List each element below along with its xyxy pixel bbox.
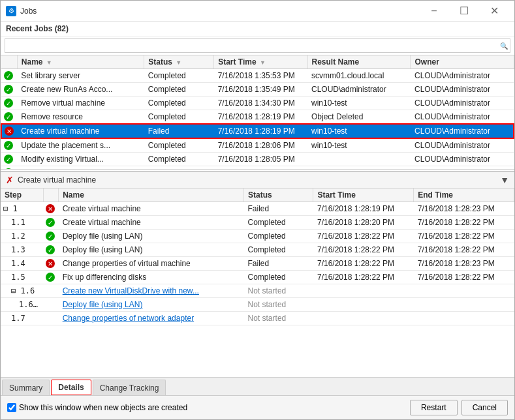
jobs-table-row[interactable]: ✕Create virtual machineFailed7/16/2018 1… — [1, 124, 514, 138]
detail-fail-icon: ✗ — [6, 175, 14, 185]
collapse-icon[interactable]: ▼ — [500, 175, 509, 185]
search-wrap — [5, 38, 510, 53]
th-step: Step — [1, 188, 43, 202]
detail-step: ⊟ 1.6 — [1, 284, 43, 298]
detail-table-row[interactable]: 1.5✓Fix up differencing disksCompleted7/… — [1, 271, 514, 284]
detail-row-start: 7/16/2018 1:28:22 PM — [313, 257, 414, 271]
close-button[interactable]: ✕ — [479, 1, 509, 21]
th-name[interactable]: Name ▼ — [17, 55, 144, 69]
detail-row-start: 7/16/2018 1:28:19 PM — [313, 202, 414, 216]
row-result: win10-test — [307, 138, 411, 153]
detail-title: Create virtual machine — [18, 175, 96, 185]
title-bar-left: ⚙ Jobs — [6, 6, 37, 16]
row-start-time: 7/16/2018 1:28:05 PM — [214, 166, 307, 170]
row-start-time: 7/16/2018 1:35:49 PM — [214, 83, 307, 97]
detail-row-icon: ✓ — [43, 230, 59, 243]
restart-button[interactable]: Restart — [410, 400, 458, 415]
jobs-table-row[interactable]: ✓Remove virtual machineCompleted7/16/201… — [1, 97, 514, 110]
detail-row-name: Change properties of virtual machine — [59, 257, 244, 271]
ok-icon: ✓ — [46, 218, 55, 227]
row-status: Completed — [144, 110, 214, 125]
row-start-time: 7/16/2018 1:28:06 PM — [214, 138, 307, 153]
detail-row-end: 7/16/2018 1:28:22 PM — [414, 271, 514, 284]
row-owner: CLOUD\Administrator — [411, 97, 514, 110]
tab-details[interactable]: Details — [51, 380, 91, 395]
detail-step: 1.5 — [1, 271, 43, 284]
detail-row-icon: ✓ — [43, 271, 59, 284]
detail-row-status: Not started — [244, 284, 313, 298]
detail-step: 1.6.1 — [1, 298, 43, 312]
row-owner: CLOUD\Administrator — [411, 83, 514, 97]
row-status-icon: ✓ — [1, 138, 17, 153]
row-name: Set library server — [17, 69, 144, 83]
detail-table-row[interactable]: 1.1✓Create virtual machineCompleted7/16/… — [1, 216, 514, 230]
jobs-table-row[interactable]: ✓Create new RunAs Acco...Completed7/16/2… — [1, 83, 514, 97]
title-controls: − ☐ ✕ — [419, 1, 509, 21]
detail-table-row[interactable]: ⊟ 1.6Create new VirtualDiskDrive with ne… — [1, 284, 514, 298]
row-result — [307, 166, 411, 170]
detail-row-status: Completed — [244, 271, 313, 284]
window-title: Jobs — [20, 7, 37, 16]
fail-icon: ✕ — [5, 127, 14, 136]
detail-table-row[interactable]: 1.3✓Deploy file (using LAN)Completed7/16… — [1, 243, 514, 257]
detail-table-row[interactable]: 1.7Change properties of network adapterN… — [1, 312, 514, 325]
bottom-section: ✗ Create virtual machine ▼ Step Name Sta… — [1, 172, 514, 419]
detail-row-name: Create new VirtualDiskDrive with new... — [59, 284, 244, 298]
th-result-name[interactable]: Result Name — [307, 55, 411, 69]
detail-row-end: 7/16/2018 1:28:22 PM — [414, 230, 514, 243]
row-start-time: 7/16/2018 1:34:30 PM — [214, 97, 307, 110]
ok-icon: ✓ — [46, 232, 55, 241]
detail-table-row[interactable]: 1.2✓Deploy file (using LAN)Completed7/16… — [1, 230, 514, 243]
minimize-button[interactable]: − — [419, 1, 449, 21]
detail-row-start — [313, 284, 414, 298]
jobs-table-row[interactable]: ✓Update the placement s...Completed7/16/… — [1, 138, 514, 153]
detail-step: 1.7 — [1, 312, 43, 325]
th-status[interactable]: Status ▼ — [144, 55, 214, 69]
row-result: Object Deleted — [307, 110, 411, 125]
tab-summary[interactable]: Summary — [2, 380, 50, 395]
ok-icon: ✓ — [46, 245, 55, 254]
th-step-icon — [43, 188, 59, 202]
th-start-time[interactable]: Start Time ▼ — [214, 55, 307, 69]
row-owner: CLOUD\Administrator — [411, 138, 514, 153]
th-owner[interactable]: Owner — [411, 55, 514, 69]
detail-row-end — [414, 284, 514, 298]
footer-left: Show this window when new objects are cr… — [7, 403, 187, 412]
row-status: Completed — [144, 83, 214, 97]
jobs-table-row[interactable]: ✓Remove resourceCompleted7/16/2018 1:28:… — [1, 110, 514, 125]
detail-table-row[interactable]: ⊟ 1✕Create virtual machineFailed7/16/201… — [1, 202, 514, 216]
footer: Show this window when new objects are cr… — [1, 395, 514, 419]
row-result: CLOUD\administrator — [307, 83, 411, 97]
maximize-button[interactable]: ☐ — [449, 1, 479, 21]
th-icon — [1, 55, 17, 69]
th-detail-status: Status — [244, 188, 313, 202]
show-window-label: Show this window when new objects are cr… — [19, 403, 187, 412]
detail-row-start: 7/16/2018 1:28:22 PM — [313, 243, 414, 257]
detail-row-status: Failed — [244, 257, 313, 271]
cancel-button[interactable]: Cancel — [461, 400, 508, 415]
row-status: Completed — [144, 153, 214, 166]
show-window-checkbox[interactable] — [7, 403, 16, 412]
row-name: Remove resource — [17, 110, 144, 125]
detail-row-end — [414, 312, 514, 325]
jobs-table-row[interactable]: ✓Modify existing V...Completed7/16/2018 … — [1, 166, 514, 170]
tab-change-tracking[interactable]: Change Tracking — [93, 380, 166, 395]
detail-row-name: Deploy file (using LAN) — [59, 298, 244, 312]
row-status-icon: ✓ — [1, 110, 17, 125]
row-result: win10-test — [307, 124, 411, 138]
jobs-table-row[interactable]: ✓Modify existing Virtual...Completed7/16… — [1, 153, 514, 166]
jobs-table-row[interactable]: ✓Set library serverCompleted7/16/2018 1:… — [1, 69, 514, 83]
row-result: scvmm01.cloud.local — [307, 69, 411, 83]
detail-table: Step Name Status Start Time End Time ⊟ 1… — [1, 188, 514, 325]
search-input[interactable] — [5, 38, 510, 53]
ok-icon: ✓ — [4, 85, 13, 94]
row-owner: CLOUD\... — [411, 166, 514, 170]
ok-icon: ✓ — [4, 168, 13, 170]
top-section: Recent Jobs (82) Name ▼ Status ▼ Start T… — [1, 22, 514, 172]
th-detail-name: Name — [59, 188, 244, 202]
detail-row-icon — [43, 298, 59, 312]
detail-table-row[interactable]: 1.6.1Deploy file (using LAN)Not started — [1, 298, 514, 312]
detail-table-row[interactable]: 1.4✕Change properties of virtual machine… — [1, 257, 514, 271]
row-owner: CLOUD\Administrator — [411, 69, 514, 83]
detail-row-icon: ✕ — [43, 257, 59, 271]
